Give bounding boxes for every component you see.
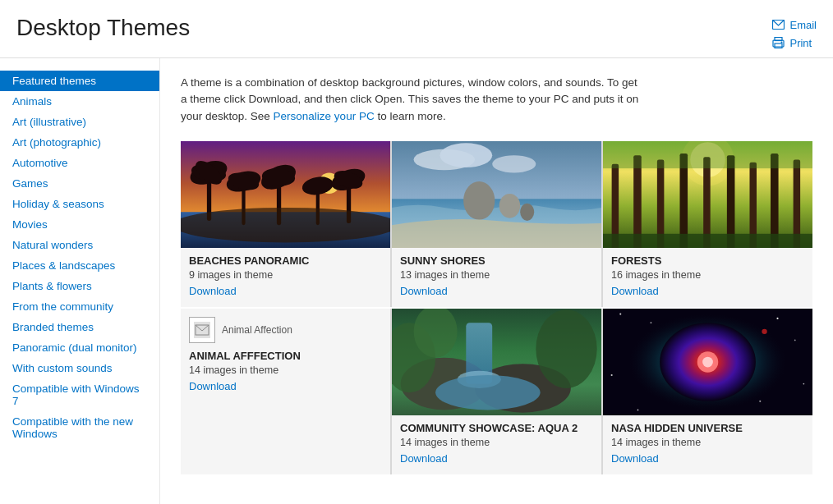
svg-point-64 — [759, 401, 761, 402]
beaches-image — [181, 141, 390, 248]
animal-placeholder: Animal Affection — [189, 317, 382, 343]
print-label: Print — [789, 37, 812, 49]
sidebar-item-animals[interactable]: Animals — [0, 91, 159, 112]
description-text-after: to learn more. — [375, 110, 446, 122]
email-link[interactable]: Email — [771, 18, 817, 31]
svg-rect-44 — [603, 234, 812, 248]
animal-count: 14 images in theme — [189, 364, 382, 376]
sidebar-item-holiday[interactable]: Holiday & seasons — [0, 194, 159, 214]
svg-point-29 — [463, 181, 495, 220]
theme-grid-row2: Animal Affection ANIMAL AFFFECTION 14 im… — [181, 309, 812, 474]
sidebar-item-new-windows[interactable]: Compatible with the new Windows — [0, 411, 159, 444]
theme-card-animal: Animal Affection ANIMAL AFFFECTION 14 im… — [181, 309, 390, 474]
aqua-count: 14 images in theme — [400, 437, 593, 448]
aqua-download[interactable]: Download — [400, 452, 448, 465]
sidebar-item-windows7[interactable]: Compatible with Windows 7 — [0, 378, 159, 411]
page-title: Desktop Themes — [16, 15, 190, 41]
sidebar-item-art-photographic[interactable]: Art (photographic) — [0, 132, 159, 153]
print-icon — [771, 36, 785, 49]
main-layout: Featured themes Animals Art (illustrativ… — [0, 58, 833, 504]
theme-card-beaches: BEACHES PANORAMIC 9 images in theme Down… — [181, 141, 390, 307]
animal-placeholder-label: Animal Affection — [222, 324, 292, 336]
theme-card-aqua: COMMUNITY SHOWCASE: AQUA 2 14 images in … — [392, 309, 601, 474]
svg-point-59 — [651, 322, 652, 323]
beaches-download[interactable]: Download — [189, 285, 237, 297]
nasa-image — [603, 309, 812, 415]
svg-point-69 — [702, 356, 713, 367]
sidebar-item-art-illustrative[interactable]: Art (illustrative) — [0, 112, 159, 132]
beaches-count: 9 images in theme — [189, 269, 382, 281]
nasa-info: NASA HIDDEN UNIVERSE 14 images in theme … — [603, 415, 812, 465]
sidebar-item-games[interactable]: Games — [0, 173, 159, 194]
content-area: A theme is a combination of desktop back… — [160, 58, 833, 504]
shores-download[interactable]: Download — [400, 285, 448, 297]
sidebar-item-automotive[interactable]: Automotive — [0, 153, 159, 173]
sidebar-item-plants[interactable]: Plants & flowers — [0, 276, 159, 296]
nasa-download[interactable]: Download — [611, 452, 659, 465]
shores-name: SUNNY SHORES — [400, 254, 593, 267]
aqua-info: COMMUNITY SHOWCASE: AQUA 2 14 images in … — [392, 415, 601, 465]
email-label: Email — [789, 19, 817, 31]
animal-name: ANIMAL AFFFECTION — [189, 350, 382, 362]
beaches-info: BEACHES PANORAMIC 9 images in theme Down… — [181, 248, 390, 297]
page-wrapper: Desktop Themes Email — [0, 0, 833, 504]
forests-image — [603, 141, 812, 248]
theme-grid-row1: BEACHES PANORAMIC 9 images in theme Down… — [181, 141, 812, 307]
theme-card-nasa: NASA HIDDEN UNIVERSE 14 images in theme … — [603, 309, 812, 474]
forests-count: 16 images in theme — [611, 269, 804, 281]
header: Desktop Themes Email — [0, 0, 833, 58]
personalize-link[interactable]: Personalize your PC — [274, 110, 375, 122]
shores-info: SUNNY SHORES 13 images in theme Download — [392, 248, 601, 297]
svg-point-23 — [181, 208, 390, 243]
description: A theme is a combination of desktop back… — [181, 75, 641, 125]
sidebar-item-branded[interactable]: Branded themes — [0, 317, 159, 337]
svg-point-55 — [536, 309, 596, 388]
forests-name: FORESTS — [611, 254, 804, 267]
sidebar-item-featured[interactable]: Featured themes — [0, 71, 159, 91]
svg-point-31 — [520, 203, 534, 220]
theme-card-shores: SUNNY SHORES 13 images in theme Download — [392, 141, 601, 307]
svg-point-65 — [637, 409, 639, 410]
forests-info: FORESTS 16 images in theme Download — [603, 248, 812, 297]
svg-point-60 — [776, 318, 778, 319]
print-link[interactable]: Print — [771, 36, 817, 49]
sidebar-item-movies[interactable]: Movies — [0, 214, 159, 235]
email-icon — [771, 18, 785, 31]
svg-point-30 — [499, 194, 521, 218]
svg-rect-45 — [603, 141, 812, 168]
svg-point-4 — [780, 42, 782, 44]
svg-point-53 — [435, 375, 541, 410]
svg-rect-3 — [775, 44, 782, 48]
beaches-name: BEACHES PANORAMIC — [189, 254, 382, 267]
svg-rect-2 — [775, 38, 782, 41]
theme-card-forests: FORESTS 16 images in theme Download — [603, 141, 812, 307]
svg-point-58 — [619, 313, 621, 314]
aqua-name: COMMUNITY SHOWCASE: AQUA 2 — [400, 422, 593, 434]
svg-point-61 — [794, 339, 796, 341]
aqua-image — [392, 309, 601, 415]
sidebar-item-places[interactable]: Places & landscapes — [0, 255, 159, 276]
sidebar-item-natural[interactable]: Natural wonders — [0, 235, 159, 255]
svg-point-63 — [803, 383, 805, 384]
nasa-count: 14 images in theme — [611, 437, 804, 448]
nasa-name: NASA HIDDEN UNIVERSE — [611, 422, 804, 434]
header-actions: Email Print — [771, 18, 817, 49]
svg-point-27 — [492, 155, 536, 172]
svg-point-70 — [762, 328, 766, 333]
animal-download[interactable]: Download — [189, 380, 237, 392]
svg-rect-46 — [194, 322, 210, 338]
svg-point-62 — [611, 374, 613, 376]
shores-image — [392, 141, 601, 248]
animal-icon — [189, 317, 215, 343]
sidebar: Featured themes Animals Art (illustrativ… — [0, 58, 160, 504]
shores-count: 13 images in theme — [400, 269, 593, 281]
svg-point-26 — [440, 143, 492, 167]
sidebar-item-community[interactable]: From the community — [0, 296, 159, 317]
sidebar-item-panoramic[interactable]: Panoramic (dual monitor) — [0, 337, 159, 358]
forests-download[interactable]: Download — [611, 285, 659, 297]
sidebar-item-custom-sounds[interactable]: With custom sounds — [0, 358, 159, 378]
